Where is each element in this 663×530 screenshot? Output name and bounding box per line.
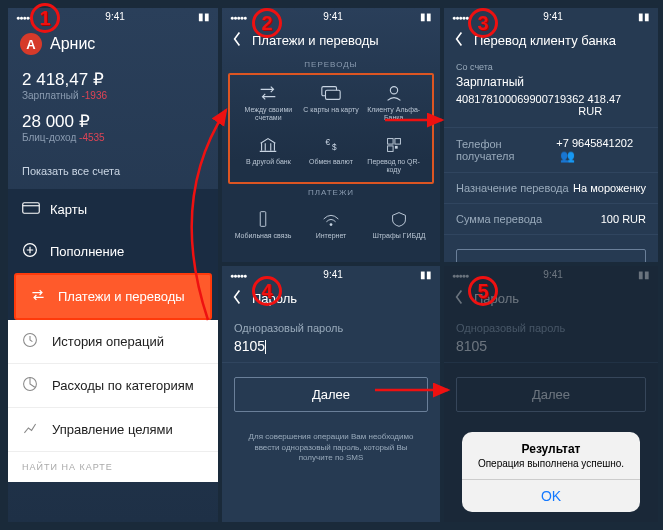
tile-qr-transfer[interactable]: Перевод по QR-коду xyxy=(363,129,424,179)
status-time: 9:41 xyxy=(323,11,342,22)
svg-point-15 xyxy=(330,223,333,226)
tile-between-own[interactable]: Между своими счетами xyxy=(238,77,299,127)
from-account[interactable]: Со счета Зарплатный 40817810006990071936… xyxy=(444,56,658,128)
account-name: Зарплатный xyxy=(456,75,646,89)
balance-delta: -1936 xyxy=(81,90,107,101)
profile-name: Арнис xyxy=(50,35,95,53)
contacts-icon[interactable]: 👥 xyxy=(560,149,575,163)
tile-label: Клиенту Альфа-Банка xyxy=(365,106,422,121)
menu-label: История операций xyxy=(52,334,164,349)
menu-label: Пополнение xyxy=(50,244,124,259)
phone-label: Телефон получателя xyxy=(456,138,556,162)
menu-payments-transfers[interactable]: Платежи и переводы xyxy=(14,273,212,320)
find-on-map-link[interactable]: НАЙТИ НА КАРТЕ xyxy=(8,452,218,482)
menu-label: Управление целями xyxy=(52,422,173,437)
transfer-icon xyxy=(30,287,48,306)
battery-icon: ▮▮ xyxy=(638,11,650,22)
svg-rect-0 xyxy=(23,203,40,214)
next-button[interactable]: Далее xyxy=(234,377,428,412)
svg-rect-11 xyxy=(395,139,401,145)
recipient-phone-row[interactable]: Телефон получателя +7 9645841202👥 xyxy=(444,128,658,173)
battery-icon: ▮▮ xyxy=(420,11,432,22)
tile-label: Между своими счетами xyxy=(240,106,297,121)
menu-cards[interactable]: Карты xyxy=(8,189,218,230)
page-title: Перевод клиенту банка xyxy=(474,33,616,48)
screen-transfer-form: 9:41 ▮▮ Перевод клиенту банка Со счета З… xyxy=(444,8,658,262)
signal-icon xyxy=(230,269,246,280)
back-icon[interactable] xyxy=(454,31,468,50)
phone-value: +7 9645841202 xyxy=(556,137,633,149)
menu-label: Расходы по категориям xyxy=(52,378,194,393)
signal-icon xyxy=(452,11,468,22)
result-alert: Результат Операция выполнена успешно. OK xyxy=(462,432,640,512)
alert-ok-button[interactable]: OK xyxy=(462,479,640,512)
purpose-row[interactable]: Назначение перевода На мороженку xyxy=(444,173,658,204)
avatar: A xyxy=(20,33,42,55)
status-time: 9:41 xyxy=(543,11,562,22)
otp-value: 8105 xyxy=(234,338,265,354)
phone-icon xyxy=(232,209,294,229)
tile-other-bank[interactable]: В другой банк xyxy=(238,129,299,179)
tile-label: Штрафы ГИБДД xyxy=(368,232,430,240)
otp-input: 8105 xyxy=(444,336,658,363)
otp-input[interactable]: 8105 xyxy=(222,336,440,363)
currency-icon: €$ xyxy=(303,135,360,155)
account-row[interactable]: 28 000 ₽ Блиц-доход -4535 xyxy=(22,111,204,143)
step-badge-1: 1 xyxy=(30,3,60,33)
tile-fines[interactable]: Штрафы ГИБДД xyxy=(366,203,432,246)
section-payments-label: ПЛАТЕЖИ xyxy=(222,184,440,201)
account-balance: 2 418.47 RUR xyxy=(578,93,646,117)
menu-history[interactable]: История операций xyxy=(8,320,218,364)
cards-icon xyxy=(303,83,360,103)
otp-value: 8105 xyxy=(456,338,487,354)
menu-goals[interactable]: Управление целями xyxy=(8,408,218,452)
status-time: 9:41 xyxy=(105,11,124,22)
show-all-accounts-link[interactable]: Показать все счета xyxy=(8,159,218,189)
screen-payments: 9:41 ▮▮ Платежи и переводы ПЕРЕВОДЫ Межд… xyxy=(222,8,440,262)
transfers-grid: Между своими счетами С карты на карту Кл… xyxy=(228,73,434,184)
account-row[interactable]: 2 418,47 ₽ Зарплатный -1936 xyxy=(22,69,204,101)
next-button: Далее xyxy=(456,377,646,412)
menu-topup[interactable]: Пополнение xyxy=(8,230,218,273)
otp-label: Одноразовый пароль xyxy=(222,314,440,336)
chart-icon xyxy=(22,420,40,439)
alert-title: Результат xyxy=(462,432,640,458)
next-button[interactable]: Далее xyxy=(456,249,646,262)
menu-label: Карты xyxy=(50,202,87,217)
screen-main: 9:41 ▮▮ A Арнис 2 418,47 ₽ Зарплатный -1… xyxy=(8,8,218,522)
svg-rect-14 xyxy=(260,211,266,226)
amount-value: 100 RUR xyxy=(601,213,646,225)
tile-mobile[interactable]: Мобильная связь xyxy=(230,203,296,246)
wifi-icon xyxy=(300,209,362,229)
tile-card-to-card[interactable]: С карты на карту xyxy=(301,77,362,127)
step-badge-4: 4 xyxy=(252,276,282,306)
alert-message: Операция выполнена успешно. xyxy=(462,458,640,479)
step-badge-3: 3 xyxy=(468,8,498,38)
battery-icon: ▮▮ xyxy=(638,269,650,280)
tile-label: Обмен валют xyxy=(303,158,360,166)
tile-label: Мобильная связь xyxy=(232,232,294,240)
signal-icon xyxy=(452,269,468,280)
menu-expenses[interactable]: Расходы по категориям xyxy=(8,364,218,408)
purpose-value: На мороженку xyxy=(573,182,646,194)
tile-label: С карты на карту xyxy=(303,106,360,114)
balance-delta: -4535 xyxy=(79,132,105,143)
battery-icon: ▮▮ xyxy=(198,11,210,22)
tile-label: Перевод по QR-коду xyxy=(365,158,422,173)
back-icon[interactable] xyxy=(232,289,246,308)
amount-row[interactable]: Сумма перевода 100 RUR xyxy=(444,204,658,235)
back-icon[interactable] xyxy=(232,31,246,50)
tile-alfa-client[interactable]: Клиенту Альфа-Банка xyxy=(363,77,424,127)
status-time: 9:41 xyxy=(543,269,562,280)
svg-point-7 xyxy=(390,87,397,94)
menu-label: Платежи и переводы xyxy=(58,289,185,304)
svg-rect-6 xyxy=(325,90,340,99)
amount-label: Сумма перевода xyxy=(456,213,542,225)
svg-text:$: $ xyxy=(332,144,337,153)
status-time: 9:41 xyxy=(323,269,342,280)
balance-label: Блиц-доход xyxy=(22,132,76,143)
tile-currency-exchange[interactable]: €$Обмен валют xyxy=(301,129,362,179)
plus-icon xyxy=(22,242,40,261)
tile-internet[interactable]: Интернет xyxy=(298,203,364,246)
payments-grid: Мобильная связь Интернет Штрафы ГИБДД xyxy=(222,201,440,248)
